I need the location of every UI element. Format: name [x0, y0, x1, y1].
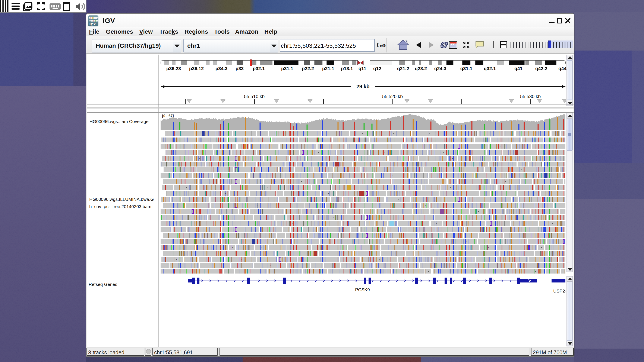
svg-text:igv: igv — [89, 21, 96, 26]
